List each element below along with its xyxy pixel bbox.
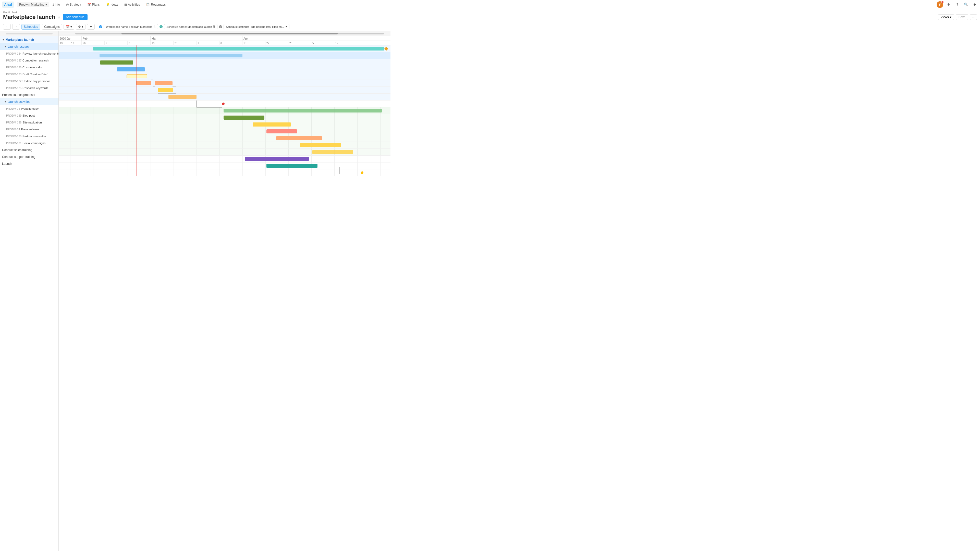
sidebar-item-prodm-123[interactable]: PRODM-123 Draft Creative Brief xyxy=(0,71,59,78)
task-id: PRODM-126 xyxy=(6,121,21,124)
bar-prodm-130[interactable] xyxy=(300,143,341,147)
star-icon[interactable]: ☆ xyxy=(57,15,61,20)
bar-conduct-sales-training[interactable] xyxy=(245,157,309,161)
sidebar-item-launch-activities[interactable]: ▼ Launch activities xyxy=(0,98,59,105)
plans-icon: 📅 xyxy=(87,3,91,6)
bar-launch-activities[interactable] xyxy=(224,109,382,113)
toolbar: ← → Schedules Campaigns 📅 ▾ ⚙ ▾ ▼ ◎ Work… xyxy=(0,22,980,31)
nav-item-activities[interactable]: ⊞ Activities xyxy=(122,2,142,7)
nav-item-ideas[interactable]: 💡 Ideas xyxy=(103,2,121,7)
bar-prodm-122[interactable] xyxy=(158,88,173,92)
sidebar-item-marketplace-launch[interactable]: ▼ Marketplace launch xyxy=(0,36,59,43)
sidebar-item-prodm-75[interactable]: PRODM-75 Website copy xyxy=(0,105,59,112)
sidebar-item-prodm-130[interactable]: PRODM-130 Partner newsletter xyxy=(0,133,59,140)
chevron-icon: ⇅ xyxy=(213,25,215,28)
week-1: 1 xyxy=(197,41,220,45)
task-label: Blog post xyxy=(22,114,35,117)
undo-button[interactable]: ← xyxy=(3,24,11,30)
task-id: PRODM-131 xyxy=(6,141,21,144)
bar-prodm-123-2[interactable] xyxy=(155,81,172,85)
week-29: 29 xyxy=(288,41,311,45)
subgroup-label: Launch activities xyxy=(8,100,30,103)
nav-item-roadmaps[interactable]: 📋 Roadmaps xyxy=(143,2,168,7)
avatar[interactable]: F xyxy=(937,1,943,8)
week-15: 15 xyxy=(242,41,266,45)
calendar-button[interactable]: 📅 ▾ xyxy=(64,24,74,30)
chevron-down-icon: ▾ xyxy=(950,15,951,19)
sidebar-item-prodm-127[interactable]: PRODM-127 Competitor research xyxy=(0,57,59,64)
bar-prodm-127[interactable] xyxy=(117,67,145,71)
sidebar-item-prodm-74[interactable]: PRODM-74 Press release xyxy=(0,126,59,133)
time-header: 2020 Jan Feb Mar Apr 13 19 26 2 9 16 23 … xyxy=(59,36,390,45)
settings-filter[interactable]: Schedule settings: Hide parking lots, Hi… xyxy=(224,24,290,29)
week-5: 5 xyxy=(311,41,334,45)
bar-prodm-124[interactable] xyxy=(100,60,133,65)
sidebar-item-prodm-128[interactable]: PRODM-128 Customer calls xyxy=(0,64,59,71)
add-icon[interactable]: + xyxy=(971,1,978,8)
gantt-label: Gantt chart xyxy=(3,11,977,14)
chevron-icon: ⇅ xyxy=(153,25,156,28)
bar-prodm-123-1[interactable] xyxy=(136,81,151,85)
task-id: PRODM-125 xyxy=(6,86,21,89)
bar-prodm-75[interactable] xyxy=(224,116,264,120)
nav-item-strategy[interactable]: ◎ Strategy xyxy=(64,2,84,7)
milestone-label: Conduct sales training xyxy=(2,148,32,152)
display-settings-button[interactable]: ⚙ ▾ xyxy=(76,24,86,30)
sidebar-item-prodm-129[interactable]: PRODM-129 Blog post xyxy=(0,112,59,119)
nav-item-plans[interactable]: 📅 Plans xyxy=(85,2,102,7)
sidebar-item-prodm-131[interactable]: PRODM-131 Social campaigns xyxy=(0,140,59,146)
bar-prodm-128[interactable] xyxy=(127,74,147,78)
settings-icon[interactable]: ⚙ xyxy=(945,1,952,8)
task-id: PRODM-128 xyxy=(6,66,21,69)
sidebar-item-prodm-126[interactable]: PRODM-126 Site navigation xyxy=(0,119,59,126)
task-id: PRODM-127 xyxy=(6,59,21,62)
bar-conduct-support-training[interactable] xyxy=(266,164,318,168)
month-feb: Feb xyxy=(82,36,151,41)
gantt-row-prodm-125 xyxy=(59,94,390,100)
schedule-filter[interactable]: Schedule name: Marketplace launch ⇅ xyxy=(164,24,218,29)
bar-prodm-125[interactable] xyxy=(169,95,197,99)
save-button[interactable]: Save xyxy=(956,14,968,20)
month-row: 2020 Jan Feb Mar Apr xyxy=(59,36,390,41)
month-jan: 2020 Jan xyxy=(59,36,82,41)
nav-item-info[interactable]: ℹ Info xyxy=(50,2,62,7)
week-9: 9 xyxy=(127,41,151,45)
task-id: PRODM-74 xyxy=(6,128,20,131)
filter-button[interactable]: ▼ xyxy=(87,24,95,30)
sidebar-item-conduct-sales-training[interactable]: Conduct sales training xyxy=(0,146,59,153)
sidebar-item-conduct-support-training[interactable]: Conduct support training xyxy=(0,153,59,160)
app-logo[interactable]: Aha! xyxy=(2,2,14,8)
views-button[interactable]: Views▾ xyxy=(938,14,954,20)
gantt-area[interactable]: 2020 Jan Feb Mar Apr 13 19 26 2 9 16 23 … xyxy=(59,31,980,551)
task-id: PRODM-130 xyxy=(6,135,21,138)
sidebar-item-prodm-122[interactable]: PRODM-122 Update buy personas xyxy=(0,78,59,84)
week-26: 26 xyxy=(82,41,105,45)
task-label: Partner newsletter xyxy=(22,135,46,138)
help-icon[interactable]: ? xyxy=(954,1,961,8)
sidebar-item-launch-research[interactable]: ▼ Launch research xyxy=(0,43,59,50)
sidebar-item-prodm-124[interactable]: PRODM-124 Review launch requirements xyxy=(0,50,59,57)
sidebar-item-launch[interactable]: Launch xyxy=(0,160,59,167)
add-schedule-button[interactable]: Add schedule xyxy=(63,14,88,20)
bar-prodm-74[interactable] xyxy=(276,136,322,140)
more-button[interactable]: ... xyxy=(970,14,977,20)
bar-prodm-126[interactable] xyxy=(266,129,297,133)
schedules-button[interactable]: Schedules xyxy=(21,24,40,30)
sidebar-item-prodm-125[interactable]: PRODM-125 Research keywords xyxy=(0,84,59,91)
task-label: Research keywords xyxy=(22,86,48,89)
bar-launch-research[interactable] xyxy=(100,54,242,57)
bar-marketplace-launch[interactable] xyxy=(93,47,384,51)
workspace-selector[interactable]: Fredwin Marketing ▾ xyxy=(17,2,49,7)
ideas-icon: 💡 xyxy=(106,3,110,6)
redo-button[interactable]: → xyxy=(12,24,20,30)
bar-prodm-129[interactable] xyxy=(253,122,291,127)
campaigns-button[interactable]: Campaigns xyxy=(42,24,62,30)
sidebar-item-present-launch-proposal[interactable]: Present launch proposal xyxy=(0,91,59,98)
week-2: 2 xyxy=(105,41,127,45)
workspace-filter[interactable]: Workspace name: Fredwin Marketing ⇅ xyxy=(103,24,158,29)
workspace-label: Fredwin Marketing xyxy=(19,3,45,6)
bar-prodm-131[interactable] xyxy=(312,150,353,154)
page-title-row: Marketplace launch ☆ Add schedule Views▾… xyxy=(3,14,977,21)
search-icon[interactable]: 🔍 xyxy=(963,1,969,8)
task-label: Customer calls xyxy=(22,66,42,69)
